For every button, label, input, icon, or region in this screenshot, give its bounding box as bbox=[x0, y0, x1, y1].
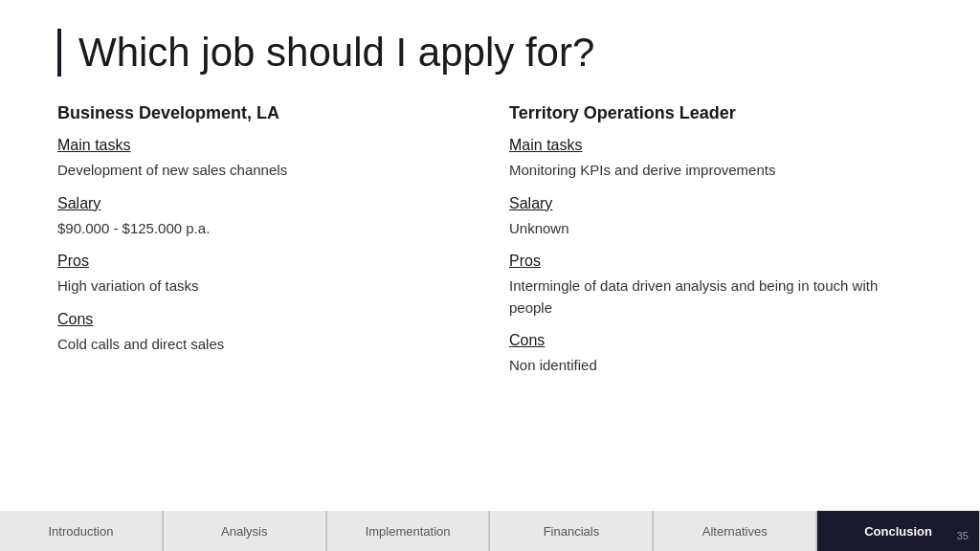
salary-value-1: $90.000 - $125.000 p.a. bbox=[57, 218, 471, 240]
navigation-bar: Introduction Analysis Implementation Fin… bbox=[0, 511, 980, 551]
title-bar bbox=[57, 29, 61, 77]
pros-value-1: High variation of tasks bbox=[57, 276, 471, 298]
main-tasks-value-1: Development of new sales channels bbox=[57, 160, 471, 182]
job-title-2: Territory Operations Leader bbox=[509, 103, 923, 123]
main-tasks-label-1: Main tasks bbox=[57, 137, 471, 154]
cons-label-1: Cons bbox=[57, 311, 471, 328]
salary-label-2: Salary bbox=[509, 195, 923, 212]
slide-number: 35 bbox=[957, 530, 969, 541]
main-content: Which job should I apply for? Business D… bbox=[0, 0, 980, 497]
column-business-development: Business Development, LA Main tasks Deve… bbox=[57, 103, 471, 390]
main-tasks-label-2: Main tasks bbox=[509, 137, 923, 154]
columns-container: Business Development, LA Main tasks Deve… bbox=[57, 103, 923, 390]
pros-value-2: Intermingle of data driven analysis and … bbox=[509, 276, 923, 319]
cons-value-2: Non identified bbox=[509, 355, 923, 377]
page-title: Which job should I apply for? bbox=[78, 29, 594, 77]
main-tasks-value-2: Monitoring KPIs and derive improvements bbox=[509, 160, 923, 182]
nav-introduction[interactable]: Introduction bbox=[0, 511, 163, 551]
cons-value-1: Cold calls and direct sales bbox=[57, 334, 471, 356]
nav-analysis[interactable]: Analysis bbox=[163, 511, 326, 551]
nav-introduction-label: Introduction bbox=[48, 524, 113, 539]
job-title-1: Business Development, LA bbox=[57, 103, 471, 123]
nav-implementation-label: Implementation bbox=[366, 524, 451, 539]
nav-analysis-label: Analysis bbox=[221, 524, 267, 539]
pros-label-2: Pros bbox=[509, 253, 923, 270]
nav-conclusion-label: Conclusion bbox=[864, 524, 932, 539]
pros-label-1: Pros bbox=[57, 253, 471, 270]
salary-value-2: Unknown bbox=[509, 218, 923, 240]
cons-label-2: Cons bbox=[509, 332, 923, 349]
nav-financials[interactable]: Financials bbox=[489, 511, 653, 551]
nav-implementation[interactable]: Implementation bbox=[326, 511, 490, 551]
title-section: Which job should I apply for? bbox=[57, 29, 923, 77]
salary-label-1: Salary bbox=[57, 195, 471, 212]
nav-conclusion[interactable]: Conclusion bbox=[816, 511, 980, 551]
nav-alternatives[interactable]: Alternatives bbox=[653, 511, 816, 551]
nav-financials-label: Financials bbox=[544, 524, 600, 539]
column-territory-operations: Territory Operations Leader Main tasks M… bbox=[509, 103, 923, 390]
nav-alternatives-label: Alternatives bbox=[702, 524, 768, 539]
